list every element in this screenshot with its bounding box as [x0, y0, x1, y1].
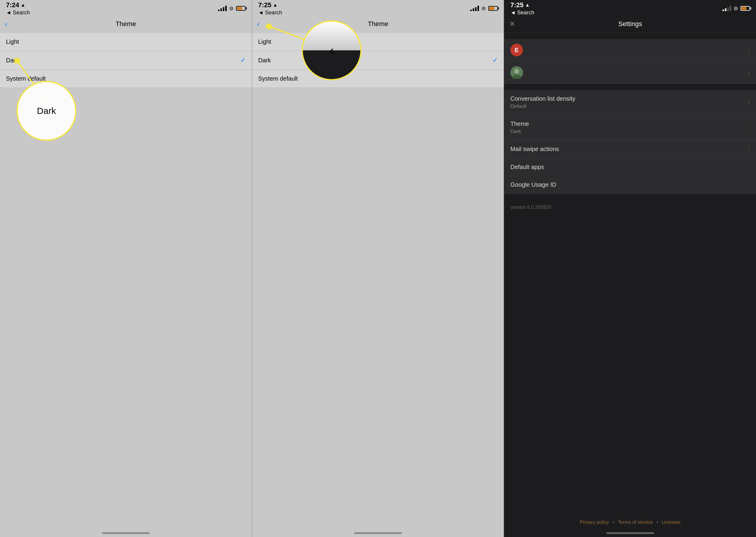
- signal-bar-1: [218, 10, 219, 11]
- battery-1: [236, 6, 246, 11]
- location-arrow-1: ▲: [21, 2, 25, 8]
- signal-bar-3-4: [730, 6, 731, 11]
- signal-bar-2: [220, 8, 222, 11]
- battery-fill-1: [237, 7, 242, 10]
- signal-bars-2: [470, 6, 479, 11]
- theme-label: Theme: [510, 120, 529, 127]
- account-row-2[interactable]: ›: [505, 62, 756, 84]
- settings-row-theme[interactable]: Theme Dark ›: [505, 115, 756, 140]
- yellow-dot-1: [15, 58, 20, 63]
- signal-bar-4: [225, 6, 227, 11]
- footer-dot-1: •: [613, 519, 614, 525]
- checkmark-dark-1: ✓: [240, 56, 246, 64]
- location-arrow-3: ▲: [525, 2, 530, 8]
- chevron-swipe: ›: [748, 145, 750, 152]
- usage-id-label: Google Usage ID: [510, 181, 556, 188]
- status-time-3: 7:25 ▲: [510, 1, 534, 9]
- status-right-1: ⊜: [218, 5, 246, 12]
- status-bar-3: 7:25 ▲ ◄ Search ⊜: [505, 0, 756, 15]
- list-item-dark-1[interactable]: Dark ✓: [0, 51, 251, 70]
- signal-bars-1: [218, 6, 227, 11]
- wifi-icon-1: ⊜: [229, 5, 234, 12]
- home-bar-3: [606, 532, 654, 534]
- terms-of-service-link[interactable]: Terms of service: [618, 519, 653, 525]
- licenses-link[interactable]: Licenses: [662, 519, 681, 525]
- density-stack: Conversation list density Default: [510, 95, 575, 109]
- chevron-theme: ›: [748, 124, 750, 131]
- chevron-account-2: ›: [748, 69, 750, 76]
- status-left-3: 7:25 ▲ ◄ Search: [510, 1, 534, 16]
- nav-bar-3: ✕ Settings: [505, 15, 756, 33]
- wifi-icon-3: ⊜: [734, 5, 738, 12]
- home-bar-2: [354, 532, 402, 534]
- signal-bar-2-1: [470, 10, 472, 11]
- signal-bar-3-2: [725, 8, 726, 11]
- annotation-text-1: Dark: [37, 106, 56, 116]
- annotation-circle-1: Dark: [17, 81, 76, 141]
- label-light-1: Light: [6, 38, 19, 45]
- chevron-account-1: ›: [748, 47, 750, 54]
- wifi-icon-2: ⊜: [481, 5, 486, 12]
- privacy-policy-link[interactable]: Privacy policy: [580, 519, 609, 525]
- list-item-light-2[interactable]: Light: [252, 33, 504, 51]
- battery-fill-3: [741, 7, 746, 10]
- signal-bar-2-2: [472, 8, 474, 11]
- label-system-1: System default: [6, 75, 46, 82]
- time-1: 7:24: [6, 1, 19, 9]
- settings-row-density[interactable]: Conversation list density Default ›: [505, 90, 756, 115]
- back-button-1[interactable]: ‹: [5, 20, 8, 29]
- battery-fill-2: [489, 7, 494, 10]
- label-system-2: System default: [258, 75, 298, 82]
- theme-value: Dark: [510, 129, 529, 135]
- status-right-3: ⊜: [722, 5, 750, 12]
- footer-links: Privacy policy • Terms of service • Lice…: [505, 519, 756, 525]
- status-bar-1: 7:24 ▲ ◄ Search ⊜: [0, 0, 251, 15]
- nav-title-1: Theme: [116, 20, 136, 28]
- signal-bars-3: [722, 6, 731, 11]
- status-left-2: 7:25 ▲ ◄ Search: [258, 1, 282, 16]
- panel-3: 7:25 ▲ ◄ Search ⊜ ✕ Settings E ›: [504, 0, 756, 537]
- status-time-1: 7:24 ▲: [6, 1, 30, 9]
- settings-row-swipe[interactable]: Mail swipe actions ›: [505, 140, 756, 158]
- settings-row-default-apps[interactable]: Default apps: [505, 158, 756, 176]
- account-avatar: [510, 66, 523, 79]
- account-row-1[interactable]: E ›: [505, 39, 756, 62]
- status-right-2: ⊜: [470, 5, 498, 12]
- battery-3: [740, 6, 750, 11]
- time-2: 7:25: [258, 1, 271, 9]
- battery-2: [488, 6, 498, 11]
- yellow-dot-2: [266, 23, 272, 29]
- list-item-dark-2[interactable]: Dark ✓: [252, 51, 504, 70]
- version-row: version 6.0.200920: [505, 200, 756, 215]
- list-item-system-2[interactable]: System default: [252, 70, 504, 88]
- panel-1: 7:24 ▲ ◄ Search ⊜ ‹ Theme Light: [0, 0, 251, 537]
- default-apps-label: Default apps: [510, 164, 544, 171]
- nav-title-2: Theme: [368, 20, 388, 28]
- nav-bar-1: ‹ Theme: [0, 15, 251, 33]
- signal-bar-3-3: [727, 7, 729, 11]
- version-text: version 6.0.200920: [510, 205, 551, 210]
- settings-row-usage-id[interactable]: Google Usage ID: [505, 176, 756, 194]
- nav-title-3: Settings: [618, 20, 642, 28]
- panel-2: 7:25 ▲ ◄ Search ⊜ ‹ Theme Light: [251, 0, 504, 537]
- theme-list-1: Light Dark ✓ System default: [0, 33, 251, 88]
- signal-bar-2-4: [477, 6, 479, 11]
- list-item-system-1[interactable]: System default: [0, 70, 251, 88]
- close-button-3[interactable]: ✕: [509, 20, 515, 28]
- top-separator: [505, 33, 756, 39]
- signal-bar-2-3: [475, 7, 476, 11]
- status-time-2: 7:25 ▲: [258, 1, 282, 9]
- theme-stack: Theme Dark: [510, 120, 529, 135]
- label-light-2: Light: [258, 38, 271, 45]
- density-label: Conversation list density: [510, 95, 575, 102]
- time-3: 7:25: [510, 1, 524, 9]
- location-arrow-2: ▲: [273, 2, 278, 8]
- nav-bar-2: ‹ Theme: [252, 15, 504, 33]
- back-button-2[interactable]: ‹: [257, 20, 260, 29]
- list-item-light-1[interactable]: Light: [0, 33, 251, 51]
- status-left-1: 7:24 ▲ ◄ Search: [6, 1, 30, 16]
- checkmark-dark-2: ✓: [492, 56, 498, 64]
- svg-point-3: [514, 69, 519, 74]
- home-bar-1: [102, 532, 150, 534]
- mid-separator: [505, 84, 756, 90]
